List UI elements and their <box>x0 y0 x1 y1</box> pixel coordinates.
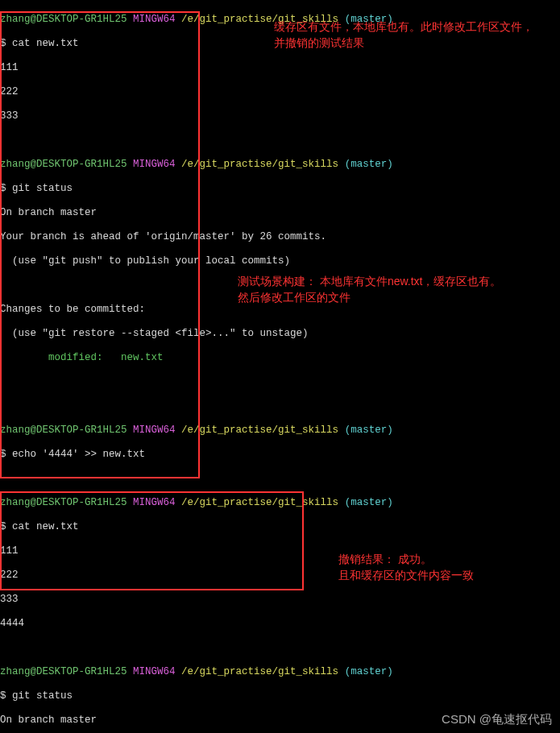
output-line: 4444 <box>0 618 560 630</box>
output-line: 111 <box>0 545 560 557</box>
annotation-text-2: 测试场景构建： 本地库有文件new.txt，缓存区也有。 然后修改工作区的文件 <box>238 274 501 305</box>
annotation-text-3: 撤销结果： 成功。 且和缓存区的文件内容一致 <box>338 552 474 583</box>
prompt-host: MINGW64 <box>133 497 176 508</box>
prompt-branch: (master) <box>345 159 393 170</box>
annotation-text-1: 缓存区有文件，本地库也有。此时修改工作区文件， 并撤销的测试结果 <box>274 19 533 51</box>
prompt-user: zhang@DESKTOP-GR1HL25 <box>0 14 127 25</box>
output-line: 222 <box>0 569 560 582</box>
terminal-output: zhang@DESKTOP-GR1HL25 MINGW64 /e/git_pra… <box>0 0 560 733</box>
prompt-branch: (master) <box>345 497 393 508</box>
output-line: (use "git push" to publish your local co… <box>0 255 560 267</box>
prompt-branch: (master) <box>345 424 393 436</box>
prompt-user: zhang@DESKTOP-GR1HL25 <box>0 424 127 436</box>
prompt-user: zhang@DESKTOP-GR1HL25 <box>0 497 127 508</box>
prompt-host: MINGW64 <box>133 424 176 436</box>
prompt-user: zhang@DESKTOP-GR1HL25 <box>0 666 127 677</box>
output-line: (use "git restore --staged <file>..." to… <box>0 328 560 340</box>
output-line: Changes to be committed: <box>0 304 560 316</box>
prompt-host: MINGW64 <box>133 159 176 170</box>
output-modified: modified: new.txt <box>0 352 560 364</box>
prompt-host: MINGW64 <box>133 666 176 677</box>
prompt-path: /e/git_practise/git_skills <box>181 424 338 436</box>
output-line: 333 <box>0 594 560 606</box>
cmd-status: $ git status <box>0 183 560 195</box>
cmd-status: $ git status <box>0 690 560 702</box>
watermark: CSDN @龟速抠代码 <box>442 712 552 727</box>
output-line: 111 <box>0 62 560 74</box>
prompt-host: MINGW64 <box>133 14 176 25</box>
cmd-echo: $ echo '4444' >> new.txt <box>0 449 560 461</box>
output-line: 222 <box>0 86 560 98</box>
prompt-path: /e/git_practise/git_skills <box>181 497 338 508</box>
cmd-cat: $ cat new.txt <box>0 521 560 533</box>
prompt-path: /e/git_practise/git_skills <box>181 666 338 677</box>
prompt-user: zhang@DESKTOP-GR1HL25 <box>0 159 127 170</box>
prompt-branch: (master) <box>345 666 393 677</box>
output-line: 333 <box>0 110 560 122</box>
output-line: Your branch is ahead of 'origin/master' … <box>0 231 560 243</box>
prompt-path: /e/git_practise/git_skills <box>181 159 338 170</box>
output-line: On branch master <box>0 207 560 219</box>
